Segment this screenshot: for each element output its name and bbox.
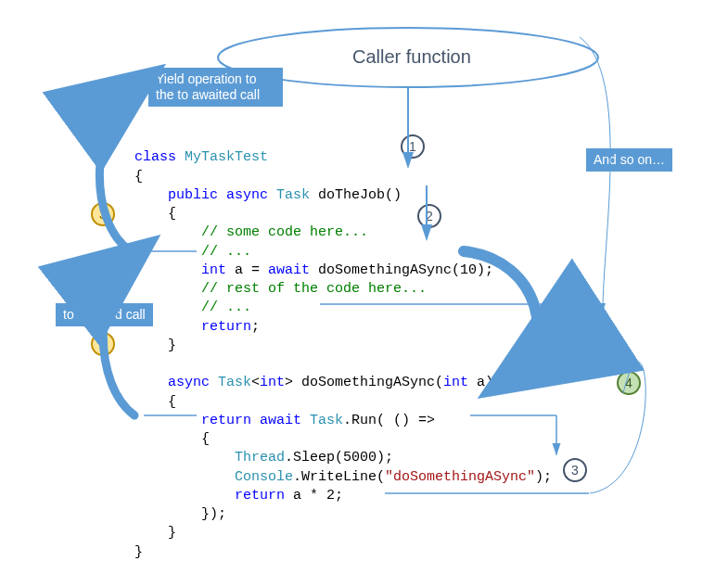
- type-console: Console: [134, 469, 293, 485]
- comment3: // rest of the code here...: [134, 281, 427, 297]
- brace: {: [134, 206, 176, 222]
- wl-end: );: [535, 469, 552, 485]
- step-3b-circle: 3: [91, 332, 115, 356]
- run-call: .Run( () =>: [343, 413, 435, 428]
- method-sig1: doTheJob(): [310, 187, 402, 203]
- and-so-on-down: [580, 37, 610, 311]
- expr: a * 2;: [285, 488, 343, 504]
- code-block: class MyTaskTest { public async Task doT…: [134, 130, 552, 561]
- brace: }: [134, 525, 176, 541]
- step-3c-circle: 3: [563, 458, 587, 482]
- kw-return3: return: [134, 488, 285, 504]
- sleep: .Sleep(5000);: [285, 450, 393, 465]
- brace: {: [134, 169, 143, 185]
- brace: {: [134, 431, 210, 447]
- param-rest: a): [468, 375, 493, 390]
- kw-async1: async: [218, 187, 268, 203]
- lt: <: [251, 375, 260, 390]
- type-task3: Task: [301, 413, 343, 428]
- kw-int1: int: [134, 262, 226, 278]
- caller-function-title: Caller function: [352, 46, 471, 68]
- yield-label: Yield operation to the to awaited call: [148, 68, 283, 107]
- kw-int3: int: [443, 375, 468, 390]
- comment4: // ...: [134, 300, 251, 315]
- brace: {: [134, 394, 176, 410]
- method-sig2: > doSomethingASync(: [285, 375, 443, 390]
- and-so-on-label: And so on…: [586, 148, 672, 172]
- kw-public: public: [134, 187, 218, 203]
- comment1: // some code here...: [134, 224, 368, 240]
- brace: }: [134, 544, 143, 560]
- semi1: ;: [251, 319, 260, 335]
- comment2: // ...: [134, 244, 251, 260]
- step-3a-circle: 3: [91, 202, 115, 226]
- call1: doSomethingASync(10);: [310, 262, 493, 278]
- step-2b-circle: 2: [556, 334, 581, 358]
- brace: });: [134, 506, 226, 522]
- brace: }: [134, 338, 176, 353]
- kw-return2: return: [134, 413, 251, 428]
- kw-await1: await: [268, 262, 310, 278]
- type-task1: Task: [268, 187, 310, 203]
- kw-class: class: [134, 149, 176, 165]
- wl: .WriteLine(: [293, 469, 385, 485]
- class-name: MyTaskTest: [176, 149, 268, 165]
- kw-int2: int: [260, 375, 285, 390]
- kw-return1: return: [134, 319, 251, 335]
- assign: a =: [226, 262, 268, 278]
- kw-async2: async: [134, 375, 210, 390]
- kw-await2: await: [251, 413, 301, 428]
- type-task2: Task: [210, 375, 251, 390]
- step-4-circle: 4: [617, 371, 641, 395]
- string-lit: "doSomethingASync": [385, 469, 535, 485]
- type-thread: Thread: [134, 450, 285, 465]
